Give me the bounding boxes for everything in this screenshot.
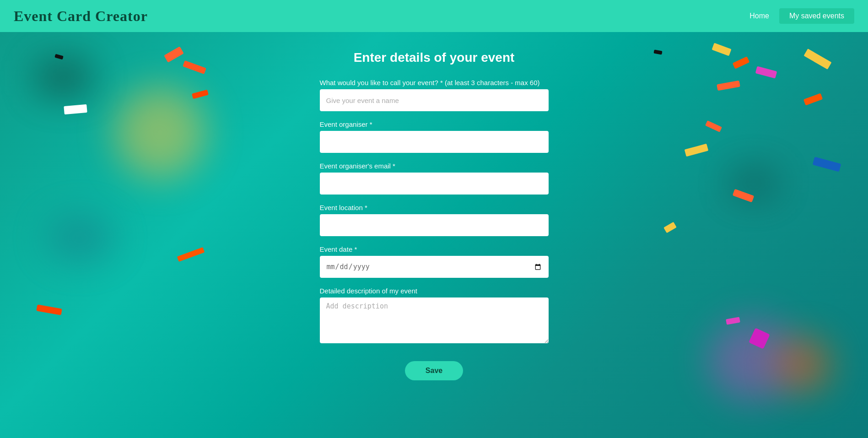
form-container: Enter details of your event What would y…: [320, 50, 549, 380]
nav-home[interactable]: Home: [739, 8, 779, 24]
label-event-location: Event location *: [320, 204, 549, 211]
confetti-19: [813, 157, 841, 172]
input-event-date[interactable]: [320, 256, 549, 278]
textarea-description[interactable]: [320, 297, 549, 343]
confetti-13: [685, 144, 708, 157]
confetti-20: [177, 247, 205, 262]
blob-orange: [776, 337, 831, 392]
blob-dark1: [37, 59, 92, 96]
confetti-11: [803, 93, 823, 106]
confetti-5: [64, 104, 87, 114]
confetti-10: [804, 49, 832, 70]
confetti-18: [653, 49, 662, 54]
save-button[interactable]: Save: [405, 361, 463, 380]
confetti-12: [705, 120, 722, 132]
header-nav: Home My saved events: [739, 8, 854, 24]
input-organiser[interactable]: [320, 131, 549, 153]
label-event-date: Event date *: [320, 245, 549, 253]
field-event-date: Event date *: [320, 245, 549, 278]
confetti-4: [54, 54, 63, 59]
header: Event Card Creator Home My saved events: [0, 0, 868, 32]
confetti-7: [733, 56, 750, 69]
input-event-location[interactable]: [320, 214, 549, 236]
app-title: Event Card Creator: [14, 8, 148, 25]
label-organiser: Event organiser *: [320, 120, 549, 128]
label-description: Detailed description of my event: [320, 287, 549, 295]
field-event-location: Event location *: [320, 204, 549, 236]
blob-blue: [46, 215, 114, 261]
main-content: Enter details of your event What would y…: [0, 32, 868, 438]
label-event-name: What would you like to call your event? …: [320, 79, 549, 87]
confetti-9: [717, 81, 740, 91]
confetti-17: [663, 222, 677, 233]
confetti-21: [36, 304, 62, 315]
confetti-6: [712, 43, 731, 56]
field-organiser: Event organiser *: [320, 120, 549, 153]
label-organiser-email: Event organiser's email *: [320, 162, 549, 170]
field-organiser-email: Event organiser's email *: [320, 162, 549, 195]
nav-saved-events[interactable]: My saved events: [779, 8, 854, 24]
confetti-3: [192, 90, 209, 99]
form-title: Enter details of your event: [354, 50, 515, 65]
input-event-name[interactable]: [320, 89, 549, 111]
blob-yellow: [114, 87, 206, 178]
confetti-8: [755, 66, 777, 78]
confetti-2: [183, 60, 206, 74]
field-description: Detailed description of my event: [320, 287, 549, 345]
field-event-name: What would you like to call your event? …: [320, 79, 549, 111]
confetti-1: [164, 46, 184, 63]
input-organiser-email[interactable]: [320, 173, 549, 195]
blob-dark2: [731, 169, 776, 197]
